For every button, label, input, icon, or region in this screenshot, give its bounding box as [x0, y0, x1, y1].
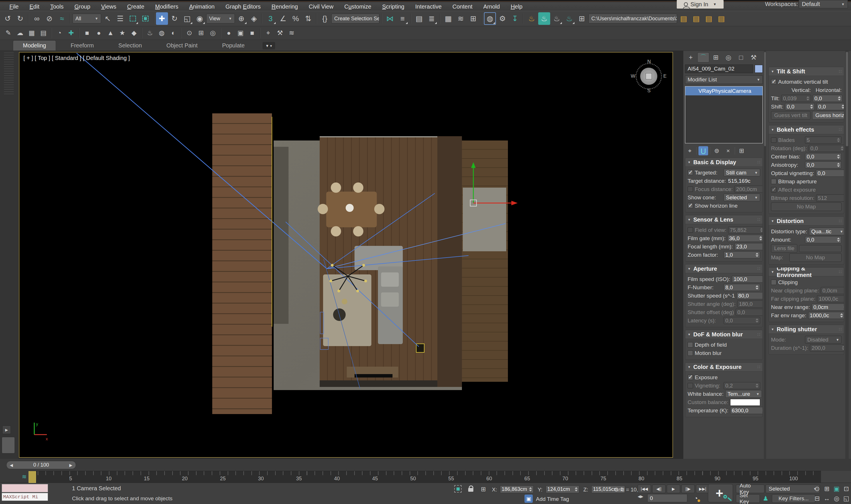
manage-layers-icon[interactable]: ▤ [413, 12, 425, 25]
previous-frame-arrow[interactable]: ◀ [6, 463, 16, 467]
zoom-extents-icon[interactable]: ▣ [832, 485, 841, 493]
time-tag-icon[interactable]: ▣ [525, 494, 533, 503]
modifier-stack-item[interactable]: VRayPhysicalCamera [685, 87, 762, 95]
viewport-label[interactable]: [ + ] [ Top ] [ Standard ] [ Default Sha… [23, 55, 130, 61]
window-crossing-icon[interactable] [139, 12, 152, 25]
go-to-end-button[interactable]: ▶▶| [696, 485, 709, 493]
field-of-view-checkbox[interactable] [688, 227, 693, 233]
film-gate-field[interactable]: 36,0 [727, 235, 763, 242]
percent-snap-icon[interactable]: % [290, 12, 302, 25]
clipping-checkbox[interactable] [771, 280, 777, 285]
guess-tilt-button-1[interactable]: Guess horiz tilt [812, 111, 844, 120]
menu-create[interactable]: Create [122, 3, 150, 10]
depth-of-field-checkbox[interactable] [688, 342, 693, 347]
select-by-name-icon[interactable]: ☰ [114, 12, 126, 25]
compass-top-face[interactable] [645, 73, 652, 79]
go-to-start-button[interactable]: |◀◀ [638, 485, 651, 493]
unlink-selection-icon[interactable]: ⊘ [43, 12, 55, 25]
sensor-lens-rollout-header[interactable]: ▼Sensor & Lens∷ [685, 215, 762, 224]
viewport-top[interactable]: [ + ] [ Top ] [ Standard ] [ Default Sha… [19, 52, 673, 458]
project-gear-icon[interactable]: ▤ [678, 12, 690, 25]
star-icon[interactable]: ★ [117, 28, 128, 39]
cone-icon[interactable]: ▲ [105, 28, 116, 39]
material-editor-icon[interactable]: ◍ [484, 12, 496, 25]
half-sphere-icon[interactable]: ◐ [168, 28, 179, 39]
transform-type-in-icon[interactable]: ⊞ [479, 485, 487, 493]
box-icon[interactable]: ■ [82, 28, 92, 39]
zoom-all-icon[interactable]: ⊞ [822, 485, 831, 493]
vignetting-checkbox[interactable] [688, 383, 693, 388]
modifier-list-dropdown[interactable]: Modifier List ▼ [685, 75, 763, 84]
render-gear-icon[interactable]: ♨ [526, 12, 538, 25]
reference-coordinate-dropdown[interactable]: View▼ [206, 14, 235, 23]
diamond-icon[interactable]: ◆ [128, 28, 139, 39]
menu-group[interactable]: Group [69, 3, 96, 10]
tilt-shift-rollout-header[interactable]: ▼Tilt & Shift∷ [769, 67, 844, 76]
shift-field-1[interactable]: 0,0 [816, 103, 844, 110]
wave-icon[interactable]: ≋ [286, 28, 297, 39]
targeted-dropdown[interactable]: Still cam▼ [724, 169, 760, 177]
time-slider[interactable]: ◀ 0 / 100 ▶ [6, 461, 76, 469]
far-env-range-field[interactable]: 1000,0c [808, 312, 844, 319]
clock-icon[interactable]: ◔ [54, 28, 65, 39]
bokeh-effects-rollout-header[interactable]: ▼Bokeh effects∷ [769, 125, 844, 134]
tilt-field-1[interactable]: 0,0 [813, 95, 843, 102]
film-speed-iso-field[interactable]: 100,0 [732, 275, 763, 283]
play-button[interactable]: ▶ [667, 485, 680, 493]
array-icon[interactable]: ⊞ [196, 28, 207, 39]
motion-blur-checkbox[interactable] [688, 350, 693, 356]
menu-modifiers[interactable]: Modifiers [150, 3, 184, 10]
select-rotate-icon[interactable]: ↻ [169, 12, 180, 25]
anisotropy-field[interactable]: 0,0 [805, 161, 841, 168]
ribbon-options-dropdown[interactable]: ▼ ▾ [263, 42, 275, 49]
dof-motion-blur-rollout-header[interactable]: ▼DoF & Motion blur∷ [685, 330, 762, 339]
next-frame-button[interactable]: ||▶ [681, 485, 695, 493]
key-selection-dropdown[interactable]: Selected ▼ [766, 485, 820, 493]
show-horizon-line-checkbox[interactable] [688, 203, 693, 209]
cube-icon[interactable]: ■ [247, 28, 258, 39]
render-presets-icon[interactable]: ⊞ [576, 12, 588, 25]
exposure-checkbox[interactable] [688, 375, 693, 380]
minimized-toolbar[interactable] [2, 437, 15, 453]
panel-scrollbar[interactable] [845, 51, 849, 459]
redo-icon[interactable]: ↻ [14, 12, 26, 25]
edit-named-selections-icon[interactable]: {} [319, 12, 331, 25]
distortion-rollout-header[interactable]: ▼Distortion∷ [769, 217, 844, 226]
workspace-dropdown[interactable]: Default ▼ [799, 0, 848, 8]
automatic-vertical-tilt-checkbox[interactable] [771, 79, 777, 85]
ring-icon[interactable]: ◎ [207, 28, 218, 39]
plus-icon[interactable]: ✚ [66, 28, 76, 39]
project-folder-icon[interactable]: ▤ [690, 12, 702, 25]
menu-scripting[interactable]: Scripting [377, 3, 410, 10]
maximize-viewport-icon[interactable]: ◱ [842, 494, 851, 503]
distortion-amount-field[interactable]: 0,0 [805, 236, 841, 243]
spinner-snap-icon[interactable]: ⇅ [302, 12, 314, 25]
key-mode-icon[interactable]: ♟ [761, 494, 770, 503]
curve-editor-icon[interactable]: ≋ [455, 12, 467, 25]
view-compass[interactable]: N S W E [633, 60, 664, 92]
bind-to-spacewarp-icon[interactable]: ≈ [56, 12, 68, 25]
render-cloud-icon[interactable]: ♨ [563, 12, 575, 25]
frame-stepper[interactable]: ◀▶ [638, 494, 643, 499]
menu-customize[interactable]: Customize [339, 3, 376, 10]
checker-icon[interactable]: ▣ [235, 28, 246, 39]
targeted-checkbox[interactable] [688, 170, 693, 175]
render-iterative-icon[interactable]: ♨ [551, 12, 563, 25]
teapot-icon[interactable]: ♨ [144, 28, 155, 39]
compass-south[interactable]: S [647, 88, 651, 94]
display-tab[interactable]: □ [735, 53, 747, 62]
make-unique-icon[interactable]: ⊚ [712, 146, 722, 155]
menu-edit[interactable]: Edit [24, 3, 45, 10]
current-frame-field[interactable]: 0 [647, 494, 687, 502]
modifier-stack[interactable]: VRayPhysicalCamera [685, 86, 763, 143]
key-filters-button[interactable]: Key Filters... [772, 494, 815, 503]
use-pivot-center-icon[interactable]: ⊕ [235, 12, 247, 25]
ribbon-tab-freeform[interactable]: Freeform [61, 40, 103, 51]
object-name-field[interactable]: AI54_009_Cam_02 [685, 65, 753, 73]
cloud-icon[interactable]: ☁ [15, 28, 25, 39]
menu-content[interactable]: Content [447, 3, 478, 10]
gray-sphere-icon[interactable]: ● [224, 28, 234, 39]
menu-graph-editors[interactable]: Graph Editors [220, 3, 266, 10]
white-balance-dropdown[interactable]: Tem...ure▼ [725, 390, 762, 398]
material-ball-icon[interactable]: ◍ [156, 28, 167, 39]
